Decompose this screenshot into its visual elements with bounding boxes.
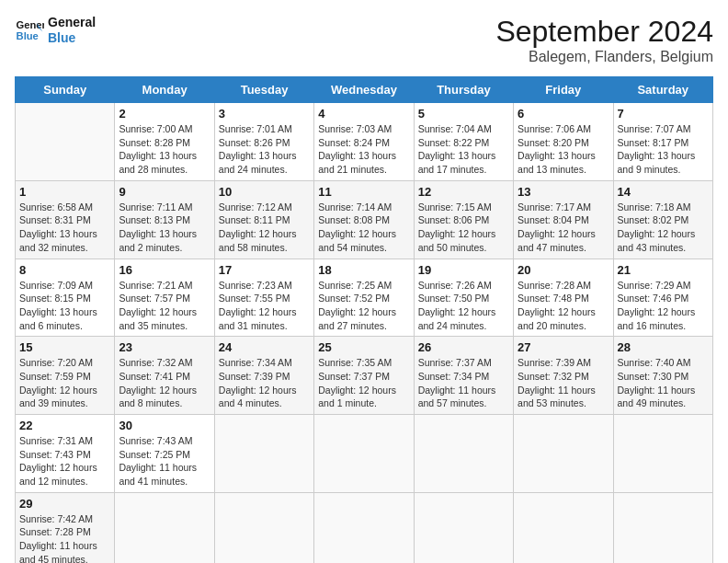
day-info: Sunrise: 7:26 AMSunset: 7:50 PMDaylight:… (418, 279, 509, 333)
day-info: Sunrise: 7:09 AMSunset: 8:15 PMDaylight:… (19, 279, 110, 333)
day-number: 27 (518, 340, 609, 354)
day-info: Sunrise: 7:43 AMSunset: 7:25 PMDaylight:… (119, 434, 210, 488)
week-row-2: 8 Sunrise: 7:09 AMSunset: 8:15 PMDayligh… (16, 259, 713, 337)
column-header-saturday: Saturday (613, 77, 712, 103)
day-number: 19 (418, 263, 509, 277)
day-cell (16, 103, 115, 181)
day-number: 25 (318, 340, 409, 354)
location: Balegem, Flanders, Belgium (495, 49, 713, 65)
day-cell (314, 492, 414, 563)
day-number: 26 (418, 340, 509, 354)
column-header-tuesday: Tuesday (214, 77, 313, 103)
day-number: 6 (518, 107, 609, 121)
day-cell: 30 Sunrise: 7:43 AMSunset: 7:25 PMDaylig… (115, 415, 214, 493)
day-info: Sunrise: 7:15 AMSunset: 8:06 PMDaylight:… (418, 201, 509, 255)
day-info: Sunrise: 7:25 AMSunset: 7:52 PMDaylight:… (318, 279, 409, 333)
page-header: General Blue General Blue September 2024… (15, 15, 713, 65)
day-cell: 16 Sunrise: 7:21 AMSunset: 7:57 PMDaylig… (115, 259, 214, 337)
day-number: 14 (618, 185, 709, 199)
day-info: Sunrise: 7:42 AMSunset: 7:28 PMDaylight:… (19, 512, 110, 563)
day-cell: 19 Sunrise: 7:26 AMSunset: 7:50 PMDaylig… (414, 259, 513, 337)
day-cell (115, 492, 214, 563)
day-cell: 20 Sunrise: 7:28 AMSunset: 7:48 PMDaylig… (514, 259, 613, 337)
logo-line2: Blue (48, 30, 96, 46)
day-number: 17 (219, 263, 310, 277)
day-number: 30 (119, 419, 210, 432)
day-number: 2 (119, 107, 210, 121)
week-row-5: 29 Sunrise: 7:42 AMSunset: 7:28 PMDaylig… (16, 492, 713, 563)
day-info: Sunrise: 7:23 AMSunset: 7:55 PMDaylight:… (219, 279, 310, 333)
calendar-table: SundayMondayTuesdayWednesdayThursdayFrid… (15, 76, 713, 563)
day-info: Sunrise: 7:34 AMSunset: 7:39 PMDaylight:… (219, 356, 310, 410)
day-number: 8 (19, 263, 110, 277)
day-cell: 10 Sunrise: 7:12 AMSunset: 8:11 PMDaylig… (214, 180, 313, 259)
day-number: 18 (318, 263, 409, 277)
day-info: Sunrise: 7:20 AMSunset: 7:59 PMDaylight:… (19, 356, 110, 410)
day-number: 10 (219, 185, 310, 199)
day-cell: 26 Sunrise: 7:37 AMSunset: 7:34 PMDaylig… (414, 337, 513, 415)
day-cell: 11 Sunrise: 7:14 AMSunset: 8:08 PMDaylig… (314, 180, 414, 259)
day-info: Sunrise: 7:11 AMSunset: 8:13 PMDaylight:… (119, 201, 210, 255)
column-header-monday: Monday (115, 77, 214, 103)
day-cell: 3 Sunrise: 7:01 AMSunset: 8:26 PMDayligh… (214, 103, 313, 181)
column-header-sunday: Sunday (16, 77, 115, 103)
day-info: Sunrise: 7:00 AMSunset: 8:28 PMDaylight:… (119, 122, 210, 177)
day-info: Sunrise: 7:37 AMSunset: 7:34 PMDaylight:… (418, 356, 509, 410)
day-number: 29 (19, 497, 110, 511)
column-header-friday: Friday (514, 77, 613, 103)
day-cell: 21 Sunrise: 7:29 AMSunset: 7:46 PMDaylig… (613, 259, 712, 337)
day-cell (314, 415, 414, 493)
day-cell (414, 492, 513, 563)
column-header-wednesday: Wednesday (314, 77, 414, 103)
logo-icon: General Blue (15, 16, 44, 45)
day-cell: 28 Sunrise: 7:40 AMSunset: 7:30 PMDaylig… (613, 337, 712, 415)
title-section: September 2024 Balegem, Flanders, Belgiu… (495, 15, 713, 65)
day-cell: 9 Sunrise: 7:11 AMSunset: 8:13 PMDayligh… (115, 180, 214, 259)
day-cell (613, 415, 712, 493)
day-number: 3 (219, 107, 310, 121)
day-number: 20 (518, 263, 609, 277)
week-row-0: 2 Sunrise: 7:00 AMSunset: 8:28 PMDayligh… (16, 103, 713, 181)
day-number: 22 (19, 419, 110, 432)
day-cell (613, 492, 712, 563)
day-number: 16 (119, 263, 210, 277)
month-title: September 2024 (495, 15, 713, 49)
day-cell (214, 492, 313, 563)
day-cell (214, 415, 313, 493)
day-cell: 24 Sunrise: 7:34 AMSunset: 7:39 PMDaylig… (214, 337, 313, 415)
day-cell: 25 Sunrise: 7:35 AMSunset: 7:37 PMDaylig… (314, 337, 414, 415)
day-cell: 6 Sunrise: 7:06 AMSunset: 8:20 PMDayligh… (514, 103, 613, 181)
day-info: Sunrise: 7:04 AMSunset: 8:22 PMDaylight:… (418, 122, 509, 177)
day-number: 15 (19, 340, 110, 354)
day-info: Sunrise: 7:06 AMSunset: 8:20 PMDaylight:… (518, 122, 609, 177)
week-row-4: 22 Sunrise: 7:31 AMSunset: 7:43 PMDaylig… (16, 415, 713, 493)
day-info: Sunrise: 7:28 AMSunset: 7:48 PMDaylight:… (518, 279, 609, 333)
day-cell (414, 415, 513, 493)
day-cell: 18 Sunrise: 7:25 AMSunset: 7:52 PMDaylig… (314, 259, 414, 337)
day-info: Sunrise: 7:07 AMSunset: 8:17 PMDaylight:… (618, 122, 709, 177)
day-cell: 14 Sunrise: 7:18 AMSunset: 8:02 PMDaylig… (613, 180, 712, 259)
day-cell: 23 Sunrise: 7:32 AMSunset: 7:41 PMDaylig… (115, 337, 214, 415)
day-info: Sunrise: 7:32 AMSunset: 7:41 PMDaylight:… (119, 356, 210, 410)
day-info: Sunrise: 7:03 AMSunset: 8:24 PMDaylight:… (318, 122, 409, 177)
day-number: 13 (518, 185, 609, 199)
day-info: Sunrise: 7:14 AMSunset: 8:08 PMDaylight:… (318, 201, 409, 255)
week-row-3: 15 Sunrise: 7:20 AMSunset: 7:59 PMDaylig… (16, 337, 713, 415)
day-info: Sunrise: 7:21 AMSunset: 7:57 PMDaylight:… (119, 279, 210, 333)
day-info: Sunrise: 7:29 AMSunset: 7:46 PMDaylight:… (618, 279, 709, 333)
day-info: Sunrise: 7:17 AMSunset: 8:04 PMDaylight:… (518, 201, 609, 255)
day-number: 1 (19, 185, 110, 199)
day-number: 4 (318, 107, 409, 121)
day-cell: 12 Sunrise: 7:15 AMSunset: 8:06 PMDaylig… (414, 180, 513, 259)
day-info: Sunrise: 7:39 AMSunset: 7:32 PMDaylight:… (518, 356, 609, 410)
day-cell: 17 Sunrise: 7:23 AMSunset: 7:55 PMDaylig… (214, 259, 313, 337)
day-info: Sunrise: 7:35 AMSunset: 7:37 PMDaylight:… (318, 356, 409, 410)
day-cell: 1 Sunrise: 6:58 AMSunset: 8:31 PMDayligh… (16, 180, 115, 259)
day-number: 7 (618, 107, 709, 121)
column-header-thursday: Thursday (414, 77, 513, 103)
day-number: 11 (318, 185, 409, 199)
day-number: 23 (119, 340, 210, 354)
logo-line1: General (48, 15, 96, 30)
day-number: 5 (418, 107, 509, 121)
day-number: 12 (418, 185, 509, 199)
